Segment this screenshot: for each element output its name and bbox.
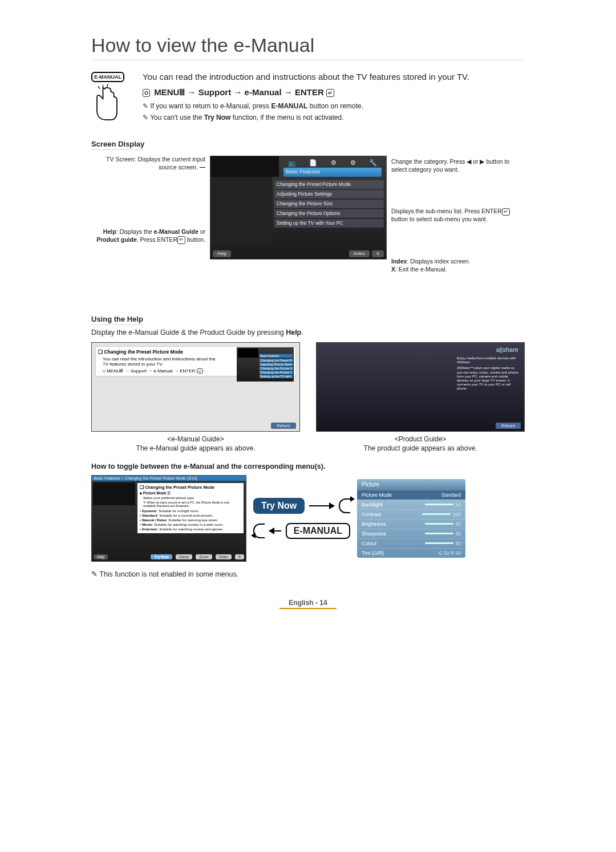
osd-row[interactable]: Picture Mode Standard: [357, 490, 465, 500]
return-button[interactable]: Return: [271, 423, 296, 429]
submenu-item[interactable]: Changing the Picture Options: [274, 209, 384, 218]
osd-row[interactable]: Tint (G/R) G 50 R 50: [357, 548, 465, 558]
menu-navigation-path: O MENUⅢ → Support → e-Manual → ENTER ↵: [143, 86, 525, 98]
callout-tv-screen: TV Screen: Displays the current input so…: [91, 156, 205, 171]
submenu-item[interactable]: Changing the Preset Picture Mode: [274, 180, 384, 189]
note: ✎ When an input source is set to PC, the…: [143, 501, 241, 508]
toggle-heading: How to toggle between the e-Manual and t…: [91, 462, 525, 470]
close-button[interactable]: X: [372, 250, 384, 257]
try-now-button[interactable]: Try Now: [151, 554, 172, 559]
callout-submenu: Displays the sub-menu list. Press ENTER↵…: [391, 208, 511, 224]
section-using-help: Using the Help: [91, 315, 143, 325]
hand-icon: [91, 84, 123, 124]
guide-caption-title: <e-Manual Guide>: [91, 435, 300, 443]
enter-icon: ↵: [326, 89, 334, 98]
try-now-remote-button: Try Now: [253, 498, 305, 514]
curve-arrow-icon: [253, 524, 265, 538]
help-button[interactable]: Help: [213, 250, 231, 257]
note-try-now: You can't use the Try Now function, if t…: [143, 113, 525, 123]
arrow-left-icon: [269, 530, 281, 532]
callout-change-category: Change the category. Press ◀ or ▶ button…: [391, 158, 511, 173]
index-button[interactable]: Index: [349, 250, 370, 257]
page-footer: English - 14: [91, 599, 525, 607]
help-button[interactable]: Help: [94, 554, 108, 559]
emanual-guide-screenshot: ❏ Changing the Preset Picture Mode You c…: [91, 342, 300, 432]
category-icon: ⚙: [350, 159, 356, 167]
product-caption-desc: The product guide appears as above.: [316, 444, 525, 452]
return-button[interactable]: Return: [496, 423, 521, 429]
category-icon: 📄: [309, 159, 317, 167]
product-caption-title: <Product Guide>: [316, 435, 525, 443]
emanual-screen-mock: 📺 📄 ⚙ ⚙ 🔧 Basic Features Changing the Pr…: [210, 156, 387, 259]
submenu-list: Changing the Preset Picture Mode Adjusti…: [274, 180, 384, 229]
callout-help: Help: Displays the e-Manual Guide or Pro…: [91, 228, 205, 244]
page-title: How to view the e-Manual: [91, 34, 525, 60]
enter-icon: ↵: [197, 368, 203, 374]
osd-row[interactable]: Brightness 45: [357, 519, 465, 529]
note-return-remote: If you want to return to e-Manual, press…: [143, 102, 525, 111]
tv-preview-thumb: [93, 482, 135, 505]
osd-row[interactable]: Colour 50: [357, 538, 465, 548]
intro-paragraph: You can read the introduction and instru…: [143, 71, 525, 83]
callout-index-x: Index: Displays index screen. X: Exit th…: [391, 258, 511, 273]
emanual-button-label: E-MANUAL: [91, 72, 124, 82]
category-icon: 📺: [288, 159, 296, 167]
mini-screen: Basic Features Changing the Preset Pictu…: [237, 347, 294, 382]
picture-osd-menu: Picture Picture Mode Standard Backlight …: [357, 479, 465, 558]
enter-icon: ↵: [502, 208, 510, 216]
breadcrumb: Basic Features > Changing the Preset Pic…: [92, 476, 246, 481]
product-guide-screenshot: a||share Enjoy media from multiple devic…: [316, 342, 525, 432]
category-icon: ⚙: [331, 159, 337, 167]
final-note: This function is not enabled in some men…: [91, 570, 525, 578]
osd-row[interactable]: Backlight 14: [357, 500, 465, 509]
gallery-thumbs: [210, 177, 272, 246]
help-description: Display the e-Manual Guide & the Product…: [91, 328, 525, 336]
guide-caption-desc: The e-Manual guide appears as above.: [91, 444, 300, 452]
emanual-remote-button: E-MANUAL: [286, 523, 350, 539]
curve-arrow-icon: [339, 498, 350, 513]
zoom-button[interactable]: Zoom: [196, 554, 212, 559]
category-icon: 🔧: [369, 159, 377, 167]
allshare-logo: a||share: [496, 346, 518, 353]
index-button[interactable]: Index: [216, 554, 232, 559]
submenu-item[interactable]: Adjusting Picture Settings: [274, 190, 384, 198]
emanual-press-illustration: E-MANUAL: [91, 71, 143, 126]
path-prefix-icon: O: [143, 89, 150, 98]
osd-row[interactable]: Contrast 100: [357, 509, 465, 519]
enter-icon: ↵: [177, 236, 185, 244]
section-screen-display: Screen Display: [91, 140, 144, 150]
tv-preview-thumb: [210, 156, 279, 177]
osd-title: Picture: [357, 479, 465, 490]
submenu-item[interactable]: Setting up the TV with Your PC: [274, 219, 384, 228]
osd-row[interactable]: Sharpness 50: [357, 529, 465, 538]
emanual-detail-screenshot: Basic Features > Changing the Preset Pic…: [91, 475, 246, 562]
home-button[interactable]: Home: [176, 554, 192, 559]
submenu-item[interactable]: Changing the Picture Size: [274, 200, 384, 208]
close-button[interactable]: X: [235, 554, 244, 559]
arrow-right-icon: [309, 505, 334, 506]
svg-line-1: [107, 84, 108, 87]
category-label[interactable]: Basic Features: [283, 168, 382, 177]
path-prefix-icon: O: [103, 370, 106, 373]
svg-line-2: [98, 86, 100, 88]
